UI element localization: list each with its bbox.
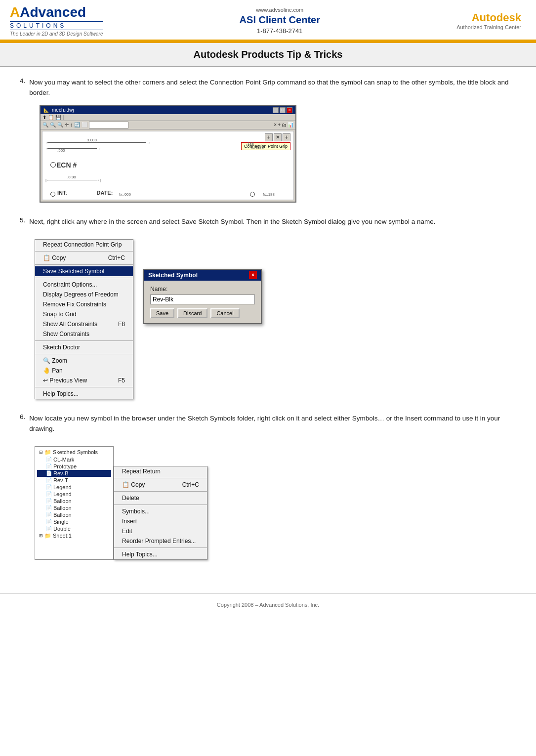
- ctx-save-sketched[interactable]: Save Sketched Symbol: [35, 266, 133, 276]
- browser-balloon3[interactable]: 📄 Balloon: [37, 511, 111, 518]
- int-label: INT.: [57, 190, 67, 196]
- maximize-btn[interactable]: □: [280, 107, 286, 113]
- file-icon4: 📄: [46, 477, 52, 483]
- ctx-display-degrees[interactable]: Display Degrees of Freedom: [35, 290, 133, 299]
- page-title: Autodesk Products Tip & Tricks: [0, 49, 536, 60]
- plus-icon[interactable]: +: [265, 133, 273, 141]
- step-5: 5. Next, right click any where in the sc…: [20, 216, 516, 399]
- ctx-show-constraints[interactable]: Show Constraints: [35, 329, 133, 339]
- browser-label5: Legend: [53, 484, 72, 490]
- tool-icon7[interactable]: ⬜: [82, 122, 87, 127]
- ctx2-symbols[interactable]: Symbols...: [114, 506, 207, 516]
- ctx2-repeat[interactable]: Repeat Return: [114, 466, 207, 476]
- toolbar-row1: ⬆ 📋 💾 |: [41, 114, 295, 121]
- ctx-sep4: [35, 340, 133, 341]
- close-btn[interactable]: ×: [287, 107, 292, 113]
- rt3[interactable]: 🗂: [282, 122, 287, 127]
- ctx-pan[interactable]: 🤚 Pan: [35, 366, 133, 376]
- dialog-title: Sketched Symbol: [148, 272, 198, 279]
- browser-cl-mark[interactable]: 📄 CL-Mark: [37, 456, 111, 463]
- dialog-name-input[interactable]: [150, 294, 255, 304]
- ctx-show-all[interactable]: Show All Constraints F8: [35, 319, 133, 329]
- dialog-titlebar: Sketched Symbol ×: [144, 270, 261, 281]
- bottom-dim-line1: [47, 180, 97, 180]
- browser-sheet1[interactable]: ⊞ 📁 Sheet:1: [37, 532, 111, 540]
- fx-bottom1: fx:.000: [119, 192, 131, 197]
- logo-solutions: SOLUTIONS: [10, 21, 103, 30]
- tool-icon4[interactable]: ✛: [65, 122, 69, 127]
- toolbar-icon2[interactable]: 📋: [48, 115, 54, 120]
- discard-button[interactable]: Discard: [177, 308, 207, 318]
- titlebar-text: mech.idwj: [52, 107, 74, 113]
- ctx-copy[interactable]: 📋 Copy Ctrl+C: [35, 253, 133, 263]
- browser-label2: Prototype: [53, 463, 77, 469]
- ctx-prev-view[interactable]: ↩ Previous View F5: [35, 376, 133, 385]
- browser-balloon2[interactable]: 📄 Balloon: [37, 504, 111, 511]
- ctx-sketch-doctor[interactable]: Sketch Doctor: [35, 342, 133, 352]
- ctx2-insert[interactable]: Insert: [114, 516, 207, 526]
- dialog-name-label: Name:: [150, 286, 255, 293]
- ctx2-edit[interactable]: Edit: [114, 526, 207, 536]
- tool-icon5[interactable]: ↕: [70, 122, 73, 127]
- step4-screenshot: 📐 mech.idwj _ □ × ⬆ 📋 💾 |: [40, 105, 296, 203]
- browser-double[interactable]: 📄 Double: [37, 525, 111, 532]
- browser-label7: Balloon: [53, 498, 72, 504]
- ctx-repeat[interactable]: Repeat Connection Point Grip: [35, 240, 133, 250]
- logo-advanced: AAdvanced: [10, 5, 103, 20]
- browser-prototype[interactable]: 📄 Prototype: [37, 463, 111, 470]
- rt4[interactable]: 📊: [288, 122, 293, 127]
- browser-label4: Rev-T: [53, 477, 68, 483]
- ctx2-reorder[interactable]: Reorder Prompted Entries...: [114, 536, 207, 546]
- tool-icon6[interactable]: 🔄: [74, 122, 80, 127]
- ctx-remove-fix[interactable]: Remove Fix Constraints: [35, 299, 133, 309]
- ctx-zoom[interactable]: 🔍 Zoom: [35, 356, 133, 366]
- dialog-close-btn[interactable]: ×: [249, 271, 257, 279]
- toolbar-icon3[interactable]: 💾: [55, 115, 61, 120]
- browser-sketched-symbols[interactable]: ⊟ 📁 Sketched Symbols: [37, 449, 111, 456]
- bottom-dim-text1: .0.90: [67, 175, 76, 179]
- main-content: 4. Now you may want to select the other …: [0, 67, 536, 584]
- rt1[interactable]: ×: [274, 122, 277, 127]
- plus-icon2[interactable]: +: [283, 133, 290, 141]
- page-footer: Copyright 2008 – Advanced Solutions, Inc…: [0, 593, 536, 613]
- footer-text: Copyright 2008 – Advanced Solutions, Inc…: [217, 602, 319, 608]
- file-icon11: 📄: [46, 526, 52, 531]
- bottom-circle2: [250, 192, 255, 197]
- step5-row: 5. Next, right click any where in the sc…: [20, 216, 516, 234]
- cancel-button[interactable]: Cancel: [210, 308, 239, 318]
- folder-expand-icon2: ⊞: [39, 533, 43, 538]
- browser-balloon1[interactable]: 📄 Balloon: [37, 498, 111, 504]
- ecn-label: ECN #: [56, 161, 77, 169]
- step4-row: 4. Now you may want to select the other …: [20, 77, 516, 105]
- grip-row1: + ✕ +: [265, 133, 290, 141]
- ctx-sep3: [35, 278, 133, 278]
- context-menu-2: Repeat Return 📋 Copy Ctrl+C Delete Symbo…: [114, 466, 207, 560]
- minimize-btn[interactable]: _: [273, 107, 279, 113]
- ctx2-copy[interactable]: 📋 Copy Ctrl+C: [114, 480, 207, 490]
- save-button[interactable]: Save: [150, 308, 174, 318]
- cross-icon[interactable]: ✕: [274, 133, 282, 141]
- browser-legend2[interactable]: 📄 Legend: [37, 491, 111, 498]
- ctx-help[interactable]: Help Topics...: [35, 389, 133, 399]
- ctx2-help[interactable]: Help Topics...: [114, 549, 207, 559]
- page-title-bar: Autodesk Products Tip & Tricks: [0, 43, 536, 67]
- folder-icon2: 📁: [44, 533, 51, 539]
- browser-single[interactable]: 📄 Single: [37, 518, 111, 525]
- browser-legend1[interactable]: 📄 Legend: [37, 484, 111, 491]
- tool-icon1[interactable]: 🔍: [42, 122, 48, 127]
- step4-screenshot-wrapper: 📐 mech.idwj _ □ × ⬆ 📋 💾 |: [40, 105, 516, 203]
- ctx2-delete[interactable]: Delete: [114, 493, 207, 503]
- dim-text-h1: 3.000: [87, 138, 97, 142]
- ctx-constraint-opts[interactable]: Constraint Options...: [35, 280, 133, 290]
- tool-icon3[interactable]: 🔍: [57, 122, 63, 127]
- tool-icon2[interactable]: 🔍: [50, 122, 56, 127]
- ctx-sep2: [35, 264, 133, 265]
- ctx-snap-grid[interactable]: Snap to Grid: [35, 309, 133, 319]
- logo-section: AAdvanced SOLUTIONS The Leader in 2D and…: [10, 5, 103, 37]
- file-icon3: 📄: [46, 470, 52, 476]
- browser-rev-b[interactable]: 📄 Rev-B: [37, 470, 111, 477]
- toolbar-select[interactable]: [89, 122, 128, 128]
- rt2[interactable]: +: [278, 122, 281, 127]
- browser-rev-t[interactable]: 📄 Rev-T: [37, 477, 111, 484]
- toolbar-icon1[interactable]: ⬆: [42, 115, 46, 120]
